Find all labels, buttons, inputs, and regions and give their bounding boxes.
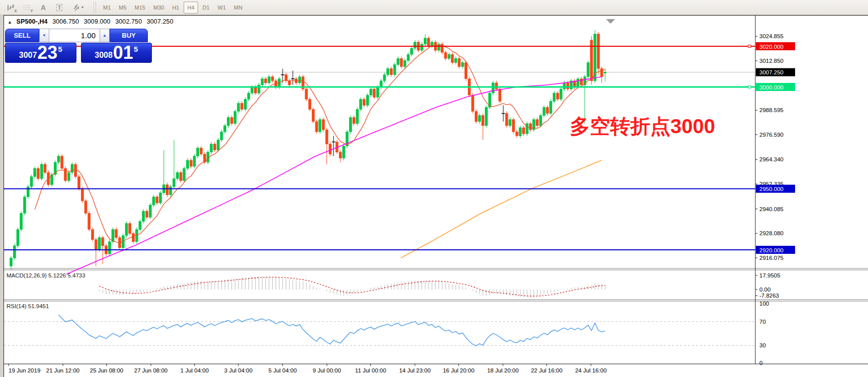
ohlc-high: 3009.000 bbox=[84, 18, 111, 25]
timeframe-button-MN[interactable]: MN bbox=[230, 2, 246, 14]
buy-price-prefix: 3008 bbox=[95, 51, 113, 59]
arrows-glyph bbox=[72, 4, 80, 12]
dropdown-caret-icon: ▾ bbox=[81, 5, 83, 10]
icon-sub-letter: E bbox=[15, 9, 17, 13]
timeframe-button-H1[interactable]: H1 bbox=[168, 2, 183, 14]
ohlc-open: 3006.750 bbox=[52, 18, 79, 25]
macd-name: MACD(12,26,9) bbox=[7, 272, 47, 278]
rsi-value: 51.9451 bbox=[28, 303, 49, 309]
chart-annotation: 多空转折点3000 bbox=[570, 113, 715, 140]
timeframe-button-M30[interactable]: M30 bbox=[150, 2, 167, 14]
macd-signal-value: 5.4733 bbox=[67, 272, 85, 278]
buy-price-big: 01 bbox=[113, 45, 133, 61]
timeframe-button-W1[interactable]: W1 bbox=[214, 2, 230, 14]
chart-frame bbox=[4, 15, 868, 377]
indicators-icon[interactable]: E bbox=[4, 2, 19, 14]
chart-window: 3024.8553012.8502988.5952976.5902964.340… bbox=[0, 15, 868, 377]
macd-label: MACD(12,26,9) 5.1226 5.4733 bbox=[7, 272, 85, 278]
rsi-label: RSI(14) 51.9451 bbox=[7, 303, 49, 309]
chart-symbol-period: SP500-,H4 bbox=[17, 18, 48, 25]
sell-price-display[interactable]: 3007 23 5 bbox=[5, 43, 76, 63]
toolbar: E F A T ▾ M1M5M15M30H1H4D1W1MN bbox=[0, 0, 868, 15]
timeframe-button-M1[interactable]: M1 bbox=[100, 2, 114, 14]
sell-price-sup: 5 bbox=[58, 45, 62, 53]
buy-button[interactable]: BUY bbox=[110, 29, 148, 42]
sell-price-prefix: 3007 bbox=[19, 51, 37, 59]
chart-title: ▲ SP500-,H4 3006.750 3009.000 3002.750 3… bbox=[8, 18, 173, 25]
volume-decrease-button[interactable]: ▼ bbox=[39, 29, 49, 42]
one-click-trading-panel: SELL ▼ ▲ BUY 3007 23 5 3008 01 5 bbox=[5, 29, 152, 63]
buy-price-display[interactable]: 3008 01 5 bbox=[81, 43, 152, 63]
text-box-icon[interactable]: T bbox=[52, 2, 67, 14]
caret-up-icon: ▲ bbox=[103, 33, 107, 38]
one-click-collapse-icon[interactable]: ▲ bbox=[8, 20, 12, 25]
buy-price-sup: 5 bbox=[134, 45, 138, 53]
text-label-icon[interactable]: A bbox=[36, 2, 51, 14]
timeframe-button-H4[interactable]: H4 bbox=[184, 2, 198, 14]
icon-sub-letter: F bbox=[31, 9, 33, 13]
toolbar-separator bbox=[94, 2, 96, 13]
macd-value: 5.1226 bbox=[48, 272, 66, 278]
timeframe-button-D1[interactable]: D1 bbox=[199, 2, 213, 14]
grid-icon[interactable]: F bbox=[20, 2, 35, 14]
mt4-window: E F A T ▾ M1M5M15M30H1H4D1W1MN 3024 bbox=[0, 0, 868, 377]
ohlc-close: 3007.250 bbox=[147, 18, 173, 25]
ohlc-low: 3002.750 bbox=[115, 18, 142, 25]
caret-down-icon: ▼ bbox=[42, 33, 46, 38]
rsi-name: RSI(14) bbox=[7, 303, 27, 309]
timeframe-group: M1M5M15M30H1H4D1W1MN bbox=[99, 2, 246, 14]
volume-input[interactable] bbox=[49, 29, 100, 42]
timeframe-button-M15[interactable]: M15 bbox=[131, 2, 149, 14]
objects-arrange-icon[interactable]: ▾ bbox=[68, 2, 88, 14]
volume-increase-button[interactable]: ▲ bbox=[100, 29, 110, 42]
sell-button[interactable]: SELL bbox=[5, 29, 39, 42]
timeframe-button-M5[interactable]: M5 bbox=[115, 2, 130, 14]
sell-price-big: 23 bbox=[37, 45, 57, 61]
